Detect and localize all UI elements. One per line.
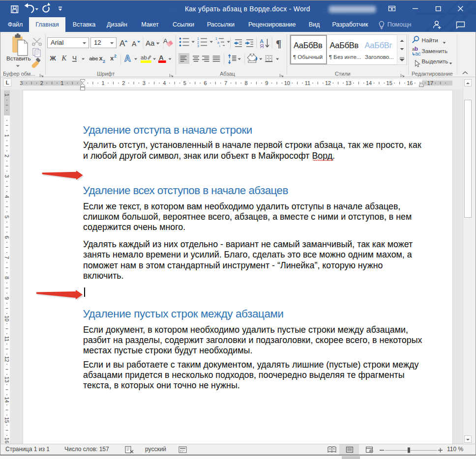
svg-text:i: i (219, 44, 220, 48)
svg-text:17: 17 (427, 80, 433, 86)
svg-text:11: 11 (305, 80, 310, 86)
svg-text:7: 7 (224, 80, 227, 86)
svg-text:15: 15 (4, 417, 10, 423)
svg-text:5: 5 (183, 80, 186, 86)
svg-text:Ж: Ж (50, 55, 57, 62)
svg-text:4: 4 (4, 195, 10, 198)
svg-text:Ч: Ч (72, 55, 77, 62)
svg-text:3: 3 (197, 44, 199, 48)
svg-text:abc: abc (89, 56, 98, 61)
svg-text:15: 15 (387, 80, 392, 86)
svg-text:7: 7 (4, 256, 10, 259)
svg-text:11: 11 (4, 336, 10, 342)
svg-text:1: 1 (60, 80, 63, 86)
svg-text:2: 2 (4, 154, 10, 157)
svg-text:1: 1 (215, 37, 217, 40)
svg-text:3: 3 (4, 175, 10, 178)
svg-text:8: 8 (4, 276, 10, 279)
svg-text:1: 1 (197, 37, 199, 40)
svg-text:16: 16 (407, 80, 413, 86)
svg-text:13: 13 (345, 80, 351, 86)
svg-text:1: 1 (4, 93, 10, 96)
svg-text:13: 13 (4, 376, 10, 382)
svg-text:8: 8 (245, 80, 248, 86)
svg-text:12: 12 (4, 356, 10, 362)
svg-text:12: 12 (325, 80, 331, 86)
svg-text:1: 1 (4, 134, 10, 137)
svg-text:2: 2 (103, 59, 105, 64)
svg-text:ac: ac (415, 51, 421, 57)
svg-text:14: 14 (4, 397, 10, 402)
svg-text:К: К (61, 54, 67, 62)
svg-text:14: 14 (366, 80, 372, 86)
svg-text:10: 10 (4, 316, 10, 321)
svg-text:2: 2 (197, 41, 199, 44)
svg-text:A: A (132, 40, 137, 48)
svg-text:6: 6 (204, 80, 207, 86)
svg-text:6: 6 (4, 236, 10, 239)
svg-text:5: 5 (4, 215, 10, 218)
svg-text:A: A (119, 39, 125, 48)
svg-text:А: А (124, 54, 131, 63)
svg-text:1: 1 (102, 80, 105, 86)
svg-text:4: 4 (163, 80, 166, 86)
svg-text:a: a (217, 41, 219, 44)
svg-text:x: x (110, 55, 114, 62)
svg-text:16: 16 (4, 437, 10, 443)
svg-text:3: 3 (143, 80, 146, 86)
svg-text:10: 10 (284, 80, 290, 86)
svg-text:3: 3 (20, 80, 23, 86)
svg-text:2: 2 (122, 80, 125, 86)
svg-text:А: А (159, 54, 164, 61)
svg-text:2: 2 (114, 54, 117, 58)
svg-text:Я: Я (260, 43, 264, 49)
svg-text:2: 2 (40, 80, 43, 86)
svg-text:¶: ¶ (276, 38, 281, 50)
svg-text:Aa: Aa (146, 39, 155, 47)
svg-text:9: 9 (4, 297, 10, 300)
svg-text:9: 9 (265, 80, 268, 86)
svg-text:ab: ab (141, 55, 147, 60)
